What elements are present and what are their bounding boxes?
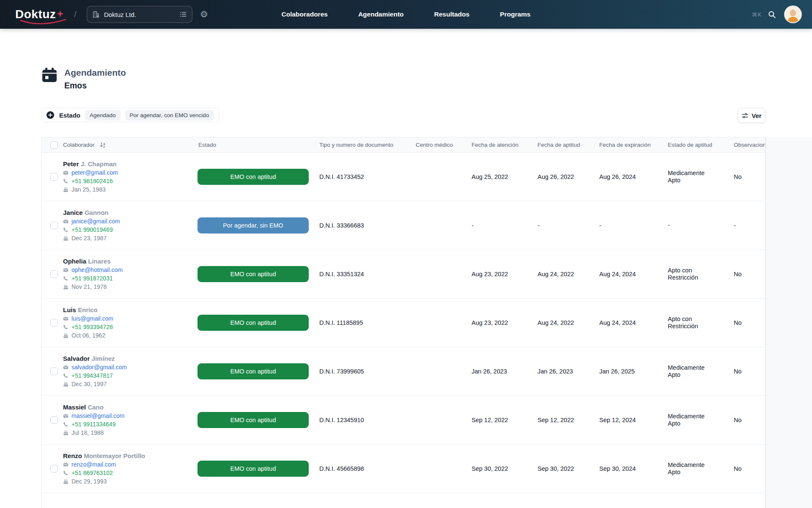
page-title: Agendamiento xyxy=(64,68,126,78)
collaborator-name: Peter J. Chapman xyxy=(63,160,195,168)
search-shortcut-hint: ⌘K xyxy=(752,11,762,18)
page-subtitle: Emos xyxy=(64,81,126,91)
col-header-observaciones: Observaciones xyxy=(730,142,765,148)
col-header-atencion: Fecha de atención xyxy=(468,142,534,148)
gear-icon[interactable]: ⚙ xyxy=(200,9,208,19)
filter-bar: Estado Agendado Por agendar, con EMO ven… xyxy=(41,108,219,122)
collaborator-name: Janice Gannon xyxy=(63,209,195,216)
mail-icon xyxy=(63,267,69,273)
fecha-atencion-cell: Sep 12, 2022 xyxy=(468,417,534,423)
fecha-expiracion-cell: Sep 12, 2024 xyxy=(596,417,664,423)
sliders-icon xyxy=(741,112,749,119)
fecha-aptitud-cell: Sep 30, 2022 xyxy=(534,465,596,472)
collaborator-birthdate: Oct 06, 1962 xyxy=(63,332,195,339)
navbar-right: ⌘K xyxy=(752,6,801,22)
logo-swoosh xyxy=(19,19,67,25)
collaborator-name: Massiel Cano xyxy=(63,404,195,411)
collaborator-email[interactable]: peter@gmail.com xyxy=(63,169,195,176)
collaborator-phone: +51 9911334649 xyxy=(63,421,195,428)
fecha-aptitud-cell: Aug 24, 2022 xyxy=(534,271,596,277)
collaborator-email[interactable]: ophe@hotmail.com xyxy=(63,266,195,274)
row-checkbox[interactable] xyxy=(50,368,58,375)
search-icon[interactable] xyxy=(768,10,776,19)
phone-icon xyxy=(63,276,69,281)
estado-aptitud-cell: - xyxy=(664,222,730,229)
nav-item-programs[interactable]: Programs xyxy=(500,11,530,18)
collaborator-phone: +51 981802416 xyxy=(63,178,195,185)
birthday-cake-icon xyxy=(63,479,69,484)
col-header-aptitud: Fecha de aptitud xyxy=(534,142,596,148)
nav-item-resultados[interactable]: Resultados xyxy=(434,11,470,18)
row-checkbox[interactable] xyxy=(50,173,58,181)
fecha-atencion-cell: Aug 25, 2022 xyxy=(468,173,534,180)
collaborator-name: Luis Enrico xyxy=(63,306,195,313)
collaborator-email[interactable]: luis@gmail.com xyxy=(63,315,195,322)
col-header-estado-aptitud: Estado de aptitud xyxy=(664,142,730,148)
table-row: Salvador Jimínezsalvador@gmail.com+51 99… xyxy=(42,347,765,396)
row-checkbox[interactable] xyxy=(50,270,58,278)
building-icon xyxy=(92,11,100,18)
mail-icon xyxy=(63,219,69,224)
fecha-expiracion-cell: Aug 26, 2024 xyxy=(596,173,664,180)
mail-icon xyxy=(63,413,69,419)
fecha-atencion-cell: Jan 26, 2023 xyxy=(468,368,534,375)
col-header-colaborador: Colaborador xyxy=(63,142,94,148)
sort-icon[interactable]: AZ xyxy=(99,142,107,148)
collaborator-email[interactable]: salvador@gmail.com xyxy=(63,364,195,371)
collaborator-email[interactable]: massiel@gmail.com xyxy=(63,412,195,420)
nav-item-colaboradores[interactable]: Colaboradores xyxy=(282,11,328,18)
status-badge[interactable]: Por agendar, sin EMO xyxy=(198,217,309,233)
collaborators-table: Colaborador AZ Estado Tipo y numero de d… xyxy=(41,137,765,508)
estado-aptitud-cell: Medicamente Apto xyxy=(664,364,730,379)
status-badge[interactable]: EMO con aptitud xyxy=(198,169,309,185)
view-button[interactable]: Ver xyxy=(738,108,765,123)
observaciones-cell: No xyxy=(730,319,765,326)
filter-label: Estado xyxy=(59,112,80,119)
fecha-expiracion-cell: Aug 24, 2024 xyxy=(596,319,664,326)
table-row: Giaccomo Sanchez xyxy=(42,493,765,508)
filter-chip-agendado[interactable]: Agendado xyxy=(85,110,121,121)
table-right-gutter xyxy=(765,137,812,508)
document-cell: D.N.I. 41733452 xyxy=(316,173,412,180)
row-checkbox[interactable] xyxy=(50,416,58,424)
status-badge[interactable]: EMO con aptitud xyxy=(198,461,309,477)
status-badge[interactable]: EMO con aptitud xyxy=(198,266,309,282)
main-nav: Colaboradores Agendamiento Resultados Pr… xyxy=(282,11,531,18)
status-badge[interactable]: EMO con aptitud xyxy=(198,315,309,331)
document-cell: D.N.I. 12345910 xyxy=(316,417,412,423)
user-avatar[interactable] xyxy=(785,6,801,22)
birthday-cake-icon xyxy=(63,382,69,387)
company-selector[interactable]: Doktuz Ltd. xyxy=(87,6,192,23)
collaborator-email[interactable]: janice@gmail.com xyxy=(63,218,195,225)
fecha-aptitud-cell: Aug 24, 2022 xyxy=(534,319,596,326)
status-badge[interactable]: EMO con aptitud xyxy=(198,412,309,428)
mail-icon xyxy=(63,170,69,176)
col-header-expiracion: Fecha de expiración xyxy=(596,142,664,148)
select-all-checkbox[interactable] xyxy=(50,141,58,149)
estado-aptitud-cell: Apto con Restricción xyxy=(664,267,730,282)
mail-icon xyxy=(63,462,69,467)
svg-text:Z: Z xyxy=(103,146,105,148)
status-badge[interactable]: EMO con aptitud xyxy=(198,363,309,379)
top-navbar: Doktuz+ / Doktuz Ltd. ⚙ Colaboradores Ag… xyxy=(0,0,812,29)
table-header: Colaborador AZ Estado Tipo y numero de d… xyxy=(42,137,765,153)
collaborator-birthdate: Dec 23, 1987 xyxy=(63,235,195,242)
row-checkbox[interactable] xyxy=(50,222,58,229)
nav-item-agendamiento[interactable]: Agendamiento xyxy=(358,11,404,18)
estado-aptitud-cell: Apto con Restricción xyxy=(664,316,730,330)
company-name: Doktuz Ltd. xyxy=(104,11,175,18)
observaciones-cell: No xyxy=(730,173,765,180)
collaborator-email[interactable]: renzo@mail.com xyxy=(63,461,195,468)
add-filter-icon[interactable] xyxy=(46,111,55,119)
filter-chip-por-agendar[interactable]: Por agendar, con EMO vencido xyxy=(125,110,214,121)
observaciones-cell: - xyxy=(730,222,765,229)
estado-aptitud-cell: Medicamente Apto xyxy=(664,413,730,428)
row-checkbox[interactable] xyxy=(50,319,58,327)
table-row: Renzo Montemayor Portillorenzo@mail.com+… xyxy=(42,445,765,493)
logo[interactable]: Doktuz+ xyxy=(15,8,63,21)
col-header-centro: Centro médico xyxy=(412,142,468,148)
document-cell: D.N.I. 73999605 xyxy=(316,368,412,375)
collaborator-birthdate: Dec 29, 1993 xyxy=(63,478,195,485)
collaborator-birthdate: Jan 25, 1983 xyxy=(63,186,195,193)
row-checkbox[interactable] xyxy=(50,465,58,472)
